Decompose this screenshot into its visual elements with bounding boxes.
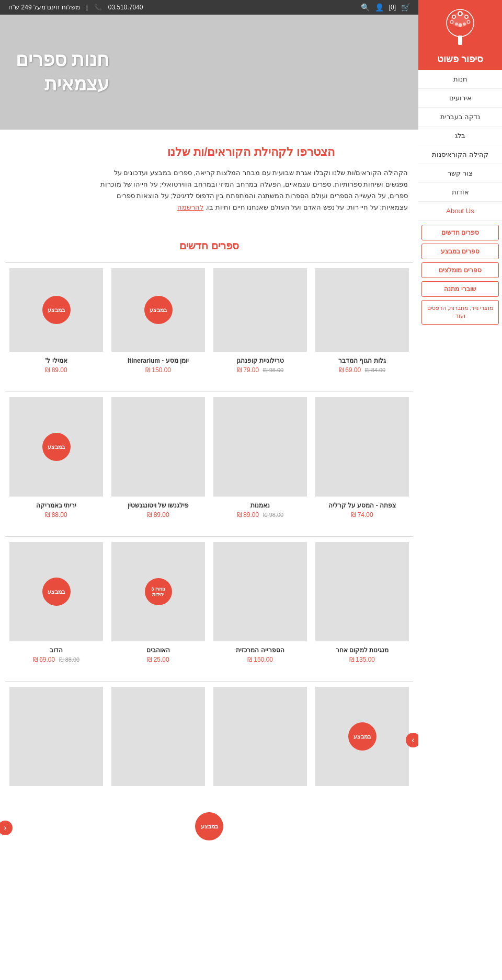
btn-paper-products[interactable]: מוצרי נייר, מחברות, הדפסים ועוד xyxy=(421,300,499,325)
books-grid-1: גלות הגוף המדבר 84.00 ₪ 69.00 ₪ טרילוגיי… xyxy=(5,262,413,381)
book-cover: במבצע xyxy=(9,268,103,352)
books-grid-2: צפתה - המסע על קרליה 74.00 ₪ נאמנות 98.0… xyxy=(5,391,413,526)
book-cover: במבצע xyxy=(111,268,205,352)
book-title: יריתי באמריקה xyxy=(9,502,103,509)
book-price: 25.00 ₪ xyxy=(111,656,205,663)
book-cover xyxy=(111,687,205,786)
search-icon[interactable]: 🔍 xyxy=(361,3,370,11)
book-item: פילגנשו של ויטונגנשטין 89.00 ₪ xyxy=(107,391,209,526)
join-title: הצטרפו לקהילת הקוראים/ות שלנו xyxy=(94,145,408,159)
main-content: 🛒 [0] 👤 🔍 03.510.7040 📞 | משלוח חינם מעל… xyxy=(0,0,418,980)
books-row-2: צפתה - המסע על קרליה 74.00 ₪ נאמנות 98.0… xyxy=(5,391,413,526)
join-link[interactable]: להרשמה xyxy=(177,203,203,211)
top-bar: 🛒 [0] 👤 🔍 03.510.7040 📞 | משלוח חינם מעל… xyxy=(0,0,418,15)
svg-point-12 xyxy=(459,13,462,15)
section-title: ספרים חדשים xyxy=(5,239,413,252)
books-row-3: מנגינות למקום אחר 135.00 ₪ הספרייה המרכז… xyxy=(5,536,413,671)
book-item: הספרייה המרכזית 150.00 ₪ xyxy=(209,536,311,671)
book-cover: במבצע xyxy=(9,542,103,641)
book-price: 74.00 ₪ xyxy=(315,511,409,518)
tree-icon xyxy=(439,8,481,50)
badge-units[interactable]: נוהרו 3 יחידות xyxy=(145,578,172,605)
book-cover xyxy=(315,542,409,641)
book-price: 84.00 ₪ 69.00 ₪ xyxy=(315,366,409,374)
nav-item-home[interactable]: חנות xyxy=(418,70,502,89)
book-cover: במבצע xyxy=(9,397,103,497)
book-item xyxy=(107,681,209,799)
svg-point-13 xyxy=(465,16,467,18)
sidebar-logo: סיפור פשוט xyxy=(418,0,502,70)
book-price: 150.00 ₪ xyxy=(213,656,307,663)
nav-item-hebrew[interactable]: נדקה בעברית xyxy=(418,108,502,126)
btn-recommended-books[interactable]: ספרים מומלצים xyxy=(421,262,499,278)
badge-sale[interactable]: במבצע xyxy=(144,296,173,324)
book-cover: במבצע xyxy=(315,687,409,786)
hero-title: חנות ספרים עצמאית xyxy=(16,48,109,97)
book-cover: נוהרו 3 יחידות xyxy=(111,542,205,641)
join-section: הצטרפו לקהילת הקוראים/ות שלנו הקהילה הקו… xyxy=(84,130,418,224)
book-title: מנגינות למקום אחר xyxy=(315,647,409,654)
badge-sale[interactable]: במבצע xyxy=(42,296,71,324)
badge-sale[interactable]: במבצע xyxy=(348,722,376,751)
book-price: 98.00 ₪ 89.00 ₪ xyxy=(213,511,307,518)
book-cover xyxy=(213,397,307,497)
nav-item-blog[interactable]: בלג xyxy=(418,126,502,145)
arrow-right[interactable]: › xyxy=(406,733,418,747)
join-text: הקהילה הקוראים/ות שלנו וקבלו אגרת שבועית… xyxy=(94,167,408,213)
shipping-text: משלוח חינם מעל 249 ש"ח xyxy=(8,4,80,11)
books-grid-3: מנגינות למקום אחר 135.00 ₪ הספרייה המרכז… xyxy=(5,536,413,671)
book-item: במבצע יומן מסע - Itinerarium 150.00 ₪ xyxy=(107,262,209,381)
separator: | xyxy=(86,4,88,11)
btn-gift-voucher[interactable]: שוברי מתנה xyxy=(421,281,499,297)
book-title: טרילוגיית קופנהגן xyxy=(213,357,307,364)
svg-point-8 xyxy=(455,22,458,26)
book-title: יומן מסע - Itinerarium xyxy=(111,357,205,364)
book-price: 88.00 ₪ 69.00 ₪ xyxy=(9,656,103,663)
book-price: 88.00 ₪ xyxy=(9,511,103,518)
book-title: גלות הגוף המדבר xyxy=(315,357,409,364)
btn-new-books[interactable]: ספרים חדשים xyxy=(421,225,499,240)
svg-point-9 xyxy=(463,22,466,26)
book-title: צפתה - המסע על קרליה xyxy=(315,502,409,509)
hero-banner: חנות ספרים עצמאית xyxy=(0,15,418,130)
sidebar-nav: חנות אירועים נדקה בעברית בלג קהילה הקורא… xyxy=(418,70,502,980)
nav-item-about-he[interactable]: אודות xyxy=(418,183,502,202)
book-price: 89.00 ₪ xyxy=(111,511,205,518)
book-price-old: 88.00 ₪ xyxy=(59,656,80,663)
user-icon[interactable]: 👤 xyxy=(375,3,384,11)
book-item: במבצע אמילי ל' 89.00 ₪ xyxy=(5,262,107,381)
badge-sale[interactable]: במבצע xyxy=(42,433,71,461)
books-section: ספרים חדשים גלות הגוף המדבר 84.00 ₪ 69.0… xyxy=(0,224,418,825)
book-title: פילגנשו של ויטונגנשטין xyxy=(111,502,205,509)
phone-icon: 📞 xyxy=(94,4,102,11)
book-cover xyxy=(315,397,409,497)
phone-number: 03.510.7040 xyxy=(108,4,143,11)
svg-point-10 xyxy=(459,24,462,27)
book-item: במבצע יריתי באמריקה 88.00 ₪ xyxy=(5,391,107,526)
badge-sale[interactable]: במבצע xyxy=(42,578,71,606)
nav-item-about-en[interactable]: About Us xyxy=(418,202,502,221)
book-title: האוהבים xyxy=(111,647,205,654)
nav-item-events[interactable]: אירועים xyxy=(418,89,502,108)
logo-text: סיפור פשוט xyxy=(424,53,497,65)
arrow-left[interactable]: ‹ xyxy=(0,821,13,835)
book-title: הדוב xyxy=(9,647,103,654)
book-cover xyxy=(315,268,409,352)
book-price-old: 84.00 ₪ xyxy=(365,367,386,373)
book-cover xyxy=(9,687,103,786)
book-item: נאמנות 98.00 ₪ 89.00 ₪ xyxy=(209,391,311,526)
book-price-old: 98.00 ₪ xyxy=(263,512,284,518)
btn-sale-books[interactable]: ספרים במבצע xyxy=(421,244,499,259)
book-price: 135.00 ₪ xyxy=(315,656,409,663)
nav-item-contact[interactable]: צור קשר xyxy=(418,164,502,183)
book-item: צפתה - המסע על קרליה 74.00 ₪ xyxy=(311,391,413,526)
svg-point-14 xyxy=(451,21,453,23)
cart-icon[interactable]: 🛒 xyxy=(401,3,410,11)
book-price: 89.00 ₪ xyxy=(9,366,103,374)
badge-sale-bottom[interactable]: במבצע xyxy=(195,812,223,840)
book-cover xyxy=(213,687,307,786)
sidebar: סיפור פשוט חנות אירועים נדקה בעברית בלג … xyxy=(418,0,502,980)
book-cover xyxy=(213,268,307,352)
nav-item-community[interactable]: קהילה הקוראיסנות xyxy=(418,145,502,164)
svg-point-11 xyxy=(453,16,455,18)
